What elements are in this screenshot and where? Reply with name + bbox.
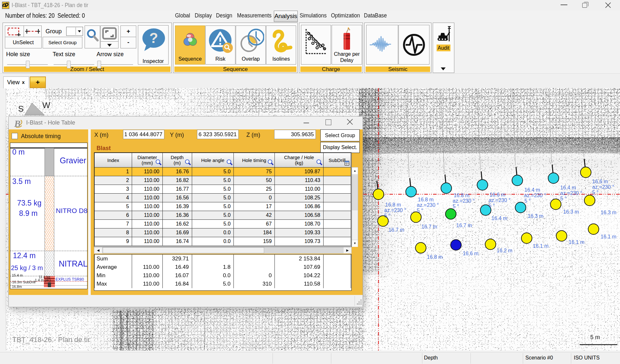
- svg-text:5 °: 5 °: [384, 213, 391, 218]
- svg-text:az.=230 °: az.=230 °: [453, 198, 475, 204]
- svg-text:5 °: 5 °: [489, 203, 495, 208]
- svg-text:az.=230 °: az.=230 °: [524, 193, 546, 198]
- svg-text:TBT_418-26 - Plan de tir: TBT_418-26 - Plan de tir: [12, 336, 90, 344]
- svg-text:16.7 m: 16.7 m: [456, 223, 472, 228]
- svg-text:5 °: 5 °: [524, 198, 531, 204]
- svg-text:16.6 m: 16.6 m: [490, 192, 505, 197]
- svg-text:16.3 m: 16.3 m: [563, 209, 579, 215]
- svg-text:16.8 m: 16.8 m: [385, 202, 401, 207]
- svg-text:16.8 m: 16.8 m: [427, 254, 443, 260]
- svg-text:?: ?: [150, 30, 158, 46]
- svg-text:16.6 m: 16.6 m: [592, 179, 608, 184]
- svg-text:az.=230 °: az.=230 °: [417, 202, 439, 208]
- svg-text:16.4 m: 16.4 m: [560, 185, 576, 190]
- svg-text:16.3 m: 16.3 m: [528, 213, 543, 219]
- svg-text:5 °: 5 °: [592, 190, 599, 195]
- svg-text:5 °: 5 °: [453, 204, 459, 209]
- svg-text:S: S: [18, 104, 24, 114]
- svg-text:16.8 m: 16.8 m: [454, 193, 470, 198]
- svg-text:16.6 m: 16.6 m: [463, 251, 479, 256]
- svg-text:16.8 m: 16.8 m: [418, 197, 434, 202]
- svg-text:16.4 m: 16.4 m: [524, 187, 540, 193]
- svg-text:az.=230 °: az.=230 °: [560, 190, 582, 196]
- svg-text:16.7 m: 16.7 m: [388, 227, 404, 233]
- svg-text:16.1 m: 16.1 m: [601, 234, 616, 239]
- svg-text:16.4 m: 16.4 m: [491, 216, 507, 221]
- svg-text:16.1 m: 16.1 m: [569, 239, 584, 245]
- svg-text:az.=230 °: az.=230 °: [592, 184, 614, 190]
- svg-text:W: W: [42, 100, 50, 110]
- svg-text:16.1 m: 16.1 m: [533, 243, 549, 249]
- svg-text:16.2 m: 16.2 m: [497, 248, 512, 253]
- svg-text:5 °: 5 °: [560, 196, 567, 201]
- svg-text:5 m: 5 m: [590, 334, 600, 340]
- svg-text:5 °: 5 °: [417, 208, 423, 213]
- svg-text:az.=230 °: az.=230 °: [489, 197, 511, 203]
- svg-text:16.3 m: 16.3 m: [601, 210, 616, 215]
- svg-text:16.7 m: 16.7 m: [421, 224, 437, 229]
- svg-text:az.=230 °: az.=230 °: [384, 207, 406, 213]
